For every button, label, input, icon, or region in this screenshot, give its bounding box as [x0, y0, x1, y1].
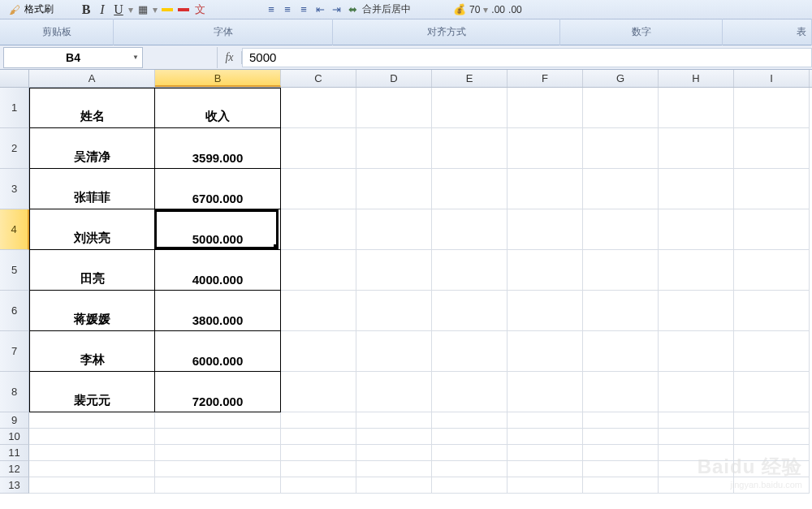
cell[interactable] [281, 88, 356, 128]
dec-inc[interactable]: .00 [491, 4, 505, 15]
cell-A4[interactable]: 刘洪亮 [29, 209, 155, 250]
cell[interactable] [734, 429, 810, 445]
cell[interactable] [734, 88, 810, 128]
cell[interactable] [281, 128, 356, 169]
row-header[interactable]: 1 [0, 88, 29, 128]
col-header-H[interactable]: H [659, 70, 734, 87]
cell[interactable] [432, 429, 508, 445]
cell[interactable] [432, 461, 508, 477]
cell[interactable] [356, 250, 432, 291]
cell[interactable] [356, 291, 432, 331]
cell[interactable] [432, 331, 508, 372]
row-header[interactable]: 3 [0, 169, 29, 209]
cell[interactable] [583, 88, 659, 128]
cell[interactable] [432, 372, 508, 412]
format-painter-label[interactable]: 格式刷 [24, 2, 54, 16]
italic-button[interactable]: I [96, 3, 109, 16]
col-header-C[interactable]: C [281, 70, 356, 87]
name-box[interactable]: B4 ▼ [3, 47, 143, 68]
merge-center-label[interactable]: 合并后居中 [362, 2, 411, 16]
merge-icon[interactable]: ⬌ [346, 3, 359, 16]
cell[interactable] [734, 209, 810, 250]
cell[interactable] [29, 429, 155, 445]
cell[interactable] [281, 461, 356, 477]
row-header[interactable]: 6 [0, 291, 29, 331]
row-header[interactable]: 2 [0, 128, 29, 169]
col-header-E[interactable]: E [432, 70, 508, 87]
cell[interactable] [281, 331, 356, 372]
row-header[interactable]: 4 [0, 209, 29, 250]
cell[interactable] [734, 445, 810, 461]
col-header-I[interactable]: I [734, 70, 810, 87]
cell[interactable] [508, 169, 583, 209]
cell-B4[interactable]: 5000.000 [155, 209, 281, 250]
cell[interactable] [432, 250, 508, 291]
cell[interactable] [281, 429, 356, 445]
select-all-corner[interactable] [0, 70, 29, 87]
cell[interactable] [155, 445, 281, 461]
underline-button[interactable]: U [112, 3, 125, 16]
cell-B1[interactable]: 收入 [155, 88, 281, 128]
cell[interactable] [155, 477, 281, 494]
fx-icon[interactable]: fx [218, 51, 242, 64]
indent-inc-icon[interactable]: ⇥ [330, 3, 343, 16]
cell[interactable] [508, 88, 583, 128]
cell[interactable] [29, 445, 155, 461]
cell[interactable] [356, 128, 432, 169]
cell[interactable] [583, 331, 659, 372]
cell[interactable] [659, 291, 734, 331]
cell[interactable] [281, 209, 356, 250]
cell[interactable] [659, 372, 734, 412]
row-header[interactable]: 9 [0, 412, 29, 429]
cell-A3[interactable]: 张菲菲 [29, 169, 155, 209]
row-header[interactable]: 8 [0, 372, 29, 412]
cell-A1[interactable]: 姓名 [29, 88, 155, 128]
cell[interactable] [281, 412, 356, 429]
cell[interactable] [432, 445, 508, 461]
cell[interactable] [734, 291, 810, 331]
cell[interactable] [583, 209, 659, 250]
cell[interactable] [734, 250, 810, 291]
cell[interactable] [659, 169, 734, 209]
cell[interactable] [583, 445, 659, 461]
cell[interactable] [659, 412, 734, 429]
cell[interactable] [508, 429, 583, 445]
phonetic-icon[interactable]: 文 [193, 3, 206, 16]
cell[interactable] [281, 250, 356, 291]
cell[interactable] [734, 331, 810, 372]
cell-A5[interactable]: 田亮 [29, 250, 155, 291]
cell[interactable] [432, 209, 508, 250]
cell[interactable] [281, 445, 356, 461]
cell[interactable] [734, 461, 810, 477]
cell[interactable] [508, 331, 583, 372]
name-box-dropdown-icon[interactable]: ▼ [132, 54, 139, 61]
cell[interactable] [734, 372, 810, 412]
cell[interactable] [155, 429, 281, 445]
cell[interactable] [281, 291, 356, 331]
align-center-icon[interactable]: ≡ [281, 3, 294, 16]
cell[interactable] [508, 209, 583, 250]
cell[interactable] [356, 477, 432, 494]
cell[interactable] [659, 88, 734, 128]
cell[interactable] [508, 461, 583, 477]
row-header[interactable]: 12 [0, 461, 29, 477]
cell-B7[interactable]: 6000.000 [155, 331, 281, 372]
cell[interactable] [29, 461, 155, 477]
cell[interactable] [659, 429, 734, 445]
cell[interactable] [356, 169, 432, 209]
font-color-icon[interactable] [177, 3, 190, 16]
cell[interactable] [583, 429, 659, 445]
cell[interactable] [356, 445, 432, 461]
align-right-icon[interactable]: ≡ [297, 3, 310, 16]
col-header-A[interactable]: A [29, 70, 155, 87]
cell[interactable] [432, 291, 508, 331]
cell[interactable] [356, 88, 432, 128]
cell[interactable] [508, 445, 583, 461]
cell[interactable] [734, 128, 810, 169]
cell[interactable] [659, 461, 734, 477]
cell[interactable] [734, 412, 810, 429]
cell[interactable] [508, 372, 583, 412]
cell[interactable] [432, 412, 508, 429]
col-header-B[interactable]: B [155, 70, 281, 87]
row-header[interactable]: 5 [0, 250, 29, 291]
